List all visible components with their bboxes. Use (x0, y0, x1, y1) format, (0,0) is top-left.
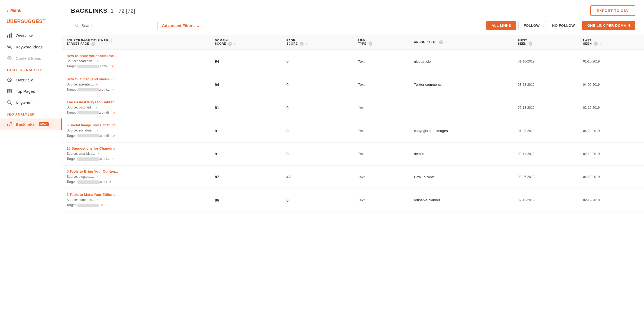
target-link-icon-3[interactable]: ↗ (113, 134, 115, 137)
target-link-icon-4[interactable]: ↗ (111, 157, 114, 160)
table-row: 5 Tools to Bring Your Conten... Source: … (62, 166, 644, 189)
cell-first-seen-1: 03-28-2019 (513, 73, 579, 96)
one-link-per-domain-button[interactable]: ONE LINK PER DOMAIN (582, 21, 635, 30)
source-title-2[interactable]: The Easiest Ways to Embrac... (67, 100, 206, 104)
last-seen-help-icon[interactable]: ? (594, 42, 598, 46)
sidebar-item-content-ideas[interactable]: Content Ideas (0, 52, 62, 64)
sidebar-item-backlinks[interactable]: Backlinks NEW! (0, 118, 62, 130)
source-meta-0: Source: searchen... ↗ (67, 59, 206, 64)
cell-first-seen-5: 02-06-2019 (513, 166, 579, 189)
source-link-icon-6[interactable]: ↗ (96, 198, 99, 202)
cell-domain-score-2: 91 (210, 96, 282, 119)
sidebar-item-seo-overview[interactable]: Overview (0, 30, 62, 41)
page-score-help-icon[interactable]: ? (300, 42, 304, 46)
cell-anchor-text-5: How To Now (409, 166, 513, 189)
seo-analyzer-section-label: SEO ANALYZER (0, 108, 62, 118)
all-links-button[interactable]: ALL LINKS (486, 21, 516, 30)
source-link-icon-1[interactable]: ↗ (95, 83, 98, 86)
cell-link-type-0: Text (354, 50, 409, 73)
cell-source-6: 3 Tools to Make Your Editoria... Source:… (62, 189, 210, 212)
cell-anchor-text-2 (409, 96, 513, 119)
target-link-icon-0[interactable]: ↗ (111, 65, 114, 68)
cell-last-seen-3: 04-29-2019 (579, 119, 644, 142)
sidebar-item-label: Keywords (16, 100, 34, 105)
menu-button[interactable]: ‹ Menu (0, 5, 62, 19)
sidebar-item-label: Overview (16, 33, 33, 38)
cell-anchor-text-6: reusable planner (409, 189, 513, 212)
sidebar-item-keywords[interactable]: Keywords (0, 97, 62, 108)
follow-button[interactable]: FOLLOW (518, 21, 545, 30)
table-header-row: SOURCE PAGE TITLE & URL |TARGET PAGE ? D… (62, 35, 644, 50)
first-seen-help-icon[interactable]: ? (529, 42, 532, 46)
domain-score-help-icon[interactable]: ? (228, 42, 232, 46)
page-title: BACKLINKS (71, 7, 107, 14)
target-meta-0: Target: .com/... ↗ (67, 64, 206, 69)
sidebar-item-traffic-overview[interactable]: Overview (0, 74, 62, 85)
cell-domain-score-1: 94 (210, 73, 282, 96)
anchor-text-help-icon[interactable]: ? (439, 40, 443, 44)
cell-link-type-3: Text (354, 119, 409, 142)
cell-last-seen-6: 02-12-2019 (579, 189, 644, 212)
page-title-area: BACKLINKS 1 - 72 [72] (71, 7, 135, 14)
first-seen-sort-icon[interactable]: ↕ (534, 42, 536, 45)
no-follow-button[interactable]: NO FOLLOW (547, 21, 580, 30)
advanced-filters-button[interactable]: Advanced Filters ⌄ (162, 23, 200, 28)
source-help-icon[interactable]: ? (91, 42, 95, 46)
target-link-icon-5[interactable]: ↗ (109, 180, 111, 183)
keywords-icon (6, 100, 12, 106)
target-meta-6: Target: ↗ (67, 203, 206, 208)
filter-buttons: ALL LINKS FOLLOW NO FOLLOW ONE LINK PER … (486, 21, 635, 30)
cell-last-seen-5: 04-10-2019 (579, 166, 644, 189)
target-link-icon-6[interactable]: ↗ (100, 203, 103, 207)
source-link-icon-0[interactable]: ↗ (96, 60, 99, 63)
cell-anchor-text-1: Twitter comments (409, 73, 513, 96)
source-link-icon-5[interactable]: ↗ (95, 175, 98, 178)
search-input[interactable] (82, 24, 154, 28)
cell-link-type-2: Text (354, 96, 409, 119)
sidebar-item-keyword-ideas[interactable]: Keyword Ideas (0, 41, 62, 52)
source-title-0[interactable]: How to scale your social me... (67, 54, 206, 58)
export-csv-button[interactable]: EXPORT TO CSV (590, 5, 635, 16)
svg-line-16 (10, 103, 12, 105)
source-title-4[interactable]: 10 Suggestions for Changing... (67, 146, 206, 150)
cell-domain-score-3: 91 (210, 119, 282, 142)
chevron-down-icon: ⌄ (196, 23, 200, 28)
cell-last-seen-1: 04-09-2019 (579, 73, 644, 96)
last-seen-sort-icon[interactable]: ↕ (600, 42, 601, 45)
cell-domain-score-6: 86 (210, 189, 282, 212)
source-link-icon-4[interactable]: ↗ (96, 152, 99, 155)
source-meta-1: Source: sproutso... ↗ (67, 82, 206, 87)
col-page-score: PAGESCORE ? ↕ (282, 35, 354, 50)
col-source: SOURCE PAGE TITLE & URL |TARGET PAGE ? (62, 35, 210, 50)
page-score-sort-icon[interactable]: ↕ (306, 42, 307, 45)
sidebar-item-top-pages[interactable]: Top Pages (0, 85, 62, 97)
target-blurred-4 (77, 157, 99, 161)
source-title-6[interactable]: 3 Tools to Make Your Editoria... (67, 193, 206, 197)
svg-rect-11 (8, 89, 11, 93)
table-row: 3 Social Image Tools That Inc... Source:… (62, 119, 644, 142)
source-link-icon-3[interactable]: ↗ (96, 129, 98, 132)
cell-source-2: The Easiest Ways to Embrac... Source: co… (62, 96, 210, 119)
table-row: How to scale your social me... Source: s… (62, 50, 644, 73)
domain-score-sort-icon[interactable]: ↕ (234, 42, 236, 45)
target-link-icon-2[interactable]: ↗ (113, 111, 115, 114)
cell-page-score-4: 0 (282, 142, 354, 165)
sidebar-item-label: Top Pages (16, 89, 35, 94)
source-title-1[interactable]: How SEO can (and should) i... (67, 77, 206, 81)
source-link-icon-2[interactable]: ↗ (95, 106, 97, 109)
main-content: BACKLINKS 1 - 72 [72] EXPORT TO CSV Adva… (62, 0, 644, 336)
link-type-help-icon[interactable]: ? (369, 42, 372, 46)
source-title-5[interactable]: 5 Tools to Bring Your Conten... (67, 169, 206, 173)
cell-page-score-2: 0 (282, 96, 354, 119)
svg-rect-2 (11, 33, 12, 38)
chevron-left-icon: ‹ (6, 8, 8, 13)
source-meta-2: Source: cosched... ↗ (67, 105, 206, 110)
keyword-icon (6, 44, 12, 50)
svg-line-4 (10, 47, 12, 49)
backlinks-icon (6, 121, 12, 127)
cell-source-1: How SEO can (and should) i... Source: sp… (62, 73, 210, 96)
source-title-3[interactable]: 3 Social Image Tools That Inc... (67, 123, 206, 127)
search-box[interactable] (71, 21, 158, 30)
cell-source-3: 3 Social Image Tools That Inc... Source:… (62, 119, 210, 142)
target-link-icon-1[interactable]: ↗ (111, 88, 114, 91)
